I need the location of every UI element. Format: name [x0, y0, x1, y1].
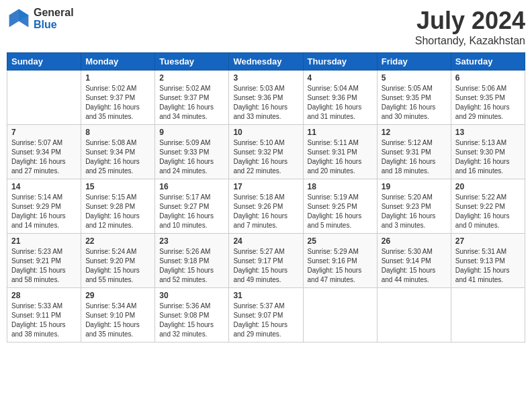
day-info: Sunrise: 5:03 AM Sunset: 9:36 PM Dayligh…	[233, 84, 298, 122]
day-number: 1	[85, 73, 150, 83]
day-number: 29	[85, 291, 150, 300]
day-info: Sunrise: 5:13 AM Sunset: 9:30 PM Dayligh…	[455, 138, 521, 176]
calendar-cell: 9Sunrise: 5:09 AM Sunset: 9:33 PM Daylig…	[155, 125, 229, 179]
weekday-header-monday: Monday	[81, 53, 155, 71]
day-number: 28	[11, 291, 77, 300]
calendar-cell: 24Sunrise: 5:27 AM Sunset: 9:17 PM Dayli…	[229, 234, 303, 288]
day-info: Sunrise: 5:11 AM Sunset: 9:31 PM Dayligh…	[308, 138, 373, 176]
calendar-cell: 20Sunrise: 5:22 AM Sunset: 9:22 PM Dayli…	[451, 179, 525, 234]
day-info: Sunrise: 5:10 AM Sunset: 9:32 PM Dayligh…	[233, 138, 298, 176]
calendar-cell: 31Sunrise: 5:37 AM Sunset: 9:07 PM Dayli…	[229, 288, 303, 342]
calendar-cell: 10Sunrise: 5:10 AM Sunset: 9:32 PM Dayli…	[229, 125, 303, 179]
calendar-cell: 11Sunrise: 5:11 AM Sunset: 9:31 PM Dayli…	[303, 125, 377, 179]
day-info: Sunrise: 5:20 AM Sunset: 9:23 PM Dayligh…	[382, 193, 447, 230]
day-number: 22	[85, 236, 150, 246]
day-info: Sunrise: 5:09 AM Sunset: 9:33 PM Dayligh…	[159, 138, 224, 176]
logo-text: General Blue	[34, 7, 74, 30]
title-area: July 2024 Shortandy, Kazakhstan	[415, 7, 525, 47]
day-info: Sunrise: 5:14 AM Sunset: 9:29 PM Dayligh…	[11, 193, 77, 230]
calendar-cell: 25Sunrise: 5:29 AM Sunset: 9:16 PM Dayli…	[303, 234, 377, 288]
calendar-cell: 21Sunrise: 5:23 AM Sunset: 9:21 PM Dayli…	[7, 234, 81, 288]
day-info: Sunrise: 5:34 AM Sunset: 9:10 PM Dayligh…	[85, 302, 150, 339]
calendar-cell: 12Sunrise: 5:12 AM Sunset: 9:31 PM Dayli…	[377, 125, 451, 179]
calendar-cell: 14Sunrise: 5:14 AM Sunset: 9:29 PM Dayli…	[7, 179, 81, 234]
month-title: July 2024	[415, 7, 525, 35]
calendar-cell: 3Sunrise: 5:03 AM Sunset: 9:36 PM Daylig…	[229, 71, 303, 125]
calendar-cell: 23Sunrise: 5:26 AM Sunset: 9:18 PM Dayli…	[155, 234, 229, 288]
day-info: Sunrise: 5:22 AM Sunset: 9:22 PM Dayligh…	[455, 193, 521, 230]
day-number: 25	[308, 236, 373, 246]
calendar-cell: 4Sunrise: 5:04 AM Sunset: 9:36 PM Daylig…	[303, 71, 377, 125]
calendar-cell: 30Sunrise: 5:36 AM Sunset: 9:08 PM Dayli…	[155, 288, 229, 342]
calendar-cell	[451, 288, 525, 342]
calendar-cell: 27Sunrise: 5:31 AM Sunset: 9:13 PM Dayli…	[451, 234, 525, 288]
day-number: 6	[455, 73, 521, 83]
day-info: Sunrise: 5:37 AM Sunset: 9:07 PM Dayligh…	[233, 302, 298, 339]
calendar-cell: 22Sunrise: 5:24 AM Sunset: 9:20 PM Dayli…	[81, 234, 155, 288]
calendar-table: SundayMondayTuesdayWednesdayThursdayFrid…	[7, 52, 525, 342]
weekday-header-friday: Friday	[377, 53, 451, 71]
day-number: 8	[85, 128, 150, 137]
calendar-week-row: 14Sunrise: 5:14 AM Sunset: 9:29 PM Dayli…	[7, 179, 525, 234]
calendar-cell	[377, 288, 451, 342]
day-info: Sunrise: 5:19 AM Sunset: 9:25 PM Dayligh…	[308, 193, 373, 230]
calendar-cell: 29Sunrise: 5:34 AM Sunset: 9:10 PM Dayli…	[81, 288, 155, 342]
calendar-cell: 15Sunrise: 5:15 AM Sunset: 9:28 PM Dayli…	[81, 179, 155, 234]
day-number: 7	[11, 128, 77, 137]
day-number: 21	[11, 236, 77, 246]
day-number: 16	[159, 182, 224, 191]
calendar-cell: 2Sunrise: 5:02 AM Sunset: 9:37 PM Daylig…	[155, 71, 229, 125]
calendar-cell	[303, 288, 377, 342]
day-number: 24	[233, 236, 298, 246]
day-number: 17	[233, 182, 298, 191]
weekday-header-saturday: Saturday	[451, 53, 525, 71]
day-info: Sunrise: 5:26 AM Sunset: 9:18 PM Dayligh…	[159, 247, 224, 285]
day-number: 31	[233, 291, 298, 300]
calendar-header-row: SundayMondayTuesdayWednesdayThursdayFrid…	[7, 53, 525, 71]
calendar-cell	[7, 71, 81, 125]
calendar-cell: 16Sunrise: 5:17 AM Sunset: 9:27 PM Dayli…	[155, 179, 229, 234]
page-header: General Blue July 2024 Shortandy, Kazakh…	[7, 7, 525, 47]
day-number: 27	[455, 236, 521, 246]
calendar-cell: 7Sunrise: 5:07 AM Sunset: 9:34 PM Daylig…	[7, 125, 81, 179]
logo-icon	[7, 7, 31, 31]
day-info: Sunrise: 5:08 AM Sunset: 9:34 PM Dayligh…	[85, 138, 150, 176]
day-info: Sunrise: 5:02 AM Sunset: 9:37 PM Dayligh…	[159, 84, 224, 122]
logo: General Blue	[7, 7, 74, 31]
calendar-week-row: 21Sunrise: 5:23 AM Sunset: 9:21 PM Dayli…	[7, 234, 525, 288]
day-info: Sunrise: 5:31 AM Sunset: 9:13 PM Dayligh…	[455, 247, 521, 285]
calendar-cell: 18Sunrise: 5:19 AM Sunset: 9:25 PM Dayli…	[303, 179, 377, 234]
weekday-header-tuesday: Tuesday	[155, 53, 229, 71]
calendar-cell: 5Sunrise: 5:05 AM Sunset: 9:35 PM Daylig…	[377, 71, 451, 125]
day-info: Sunrise: 5:17 AM Sunset: 9:27 PM Dayligh…	[159, 193, 224, 230]
calendar-cell: 19Sunrise: 5:20 AM Sunset: 9:23 PM Dayli…	[377, 179, 451, 234]
day-number: 3	[233, 73, 298, 83]
day-info: Sunrise: 5:29 AM Sunset: 9:16 PM Dayligh…	[308, 247, 373, 285]
day-info: Sunrise: 5:05 AM Sunset: 9:35 PM Dayligh…	[382, 84, 447, 122]
day-info: Sunrise: 5:36 AM Sunset: 9:08 PM Dayligh…	[159, 302, 224, 339]
day-number: 23	[159, 236, 224, 246]
day-info: Sunrise: 5:30 AM Sunset: 9:14 PM Dayligh…	[382, 247, 447, 285]
calendar-cell: 13Sunrise: 5:13 AM Sunset: 9:30 PM Dayli…	[451, 125, 525, 179]
day-number: 9	[159, 128, 224, 137]
day-number: 10	[233, 128, 298, 137]
calendar-cell: 1Sunrise: 5:02 AM Sunset: 9:37 PM Daylig…	[81, 71, 155, 125]
day-info: Sunrise: 5:15 AM Sunset: 9:28 PM Dayligh…	[85, 193, 150, 230]
calendar-cell: 26Sunrise: 5:30 AM Sunset: 9:14 PM Dayli…	[377, 234, 451, 288]
day-number: 26	[382, 236, 447, 246]
day-number: 12	[382, 128, 447, 137]
day-info: Sunrise: 5:18 AM Sunset: 9:26 PM Dayligh…	[233, 193, 298, 230]
calendar-week-row: 7Sunrise: 5:07 AM Sunset: 9:34 PM Daylig…	[7, 125, 525, 179]
calendar-week-row: 1Sunrise: 5:02 AM Sunset: 9:37 PM Daylig…	[7, 71, 525, 125]
day-info: Sunrise: 5:27 AM Sunset: 9:17 PM Dayligh…	[233, 247, 298, 285]
day-number: 19	[382, 182, 447, 191]
calendar-cell: 6Sunrise: 5:06 AM Sunset: 9:35 PM Daylig…	[451, 71, 525, 125]
day-number: 15	[85, 182, 150, 191]
calendar-week-row: 28Sunrise: 5:33 AM Sunset: 9:11 PM Dayli…	[7, 288, 525, 342]
logo-general-text: General	[34, 7, 74, 19]
day-info: Sunrise: 5:02 AM Sunset: 9:37 PM Dayligh…	[85, 84, 150, 122]
day-info: Sunrise: 5:06 AM Sunset: 9:35 PM Dayligh…	[455, 84, 521, 122]
day-number: 20	[455, 182, 521, 191]
day-number: 18	[308, 182, 373, 191]
calendar-cell: 28Sunrise: 5:33 AM Sunset: 9:11 PM Dayli…	[7, 288, 81, 342]
